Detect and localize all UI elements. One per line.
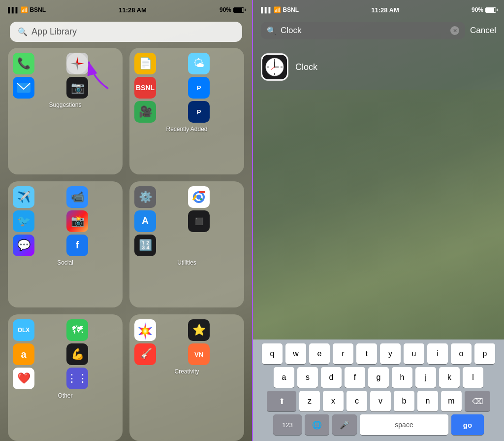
app-mail[interactable]: [13, 77, 34, 99]
folder-other[interactable]: OLX 🗺 a 💪 ❤️ ⋮⋮ Other: [8, 314, 123, 441]
app-settings[interactable]: ⚙️: [134, 186, 156, 208]
app-olx[interactable]: OLX: [13, 319, 34, 341]
key-g[interactable]: g: [368, 367, 389, 388]
key-r[interactable]: r: [333, 343, 353, 364]
key-p[interactable]: p: [474, 343, 495, 364]
status-bar-left: ▌▌▌ 📶 BSNL 11:28 AM 90%: [0, 0, 252, 18]
key-n[interactable]: n: [417, 391, 438, 411]
folder-label-recently: Recently Added: [166, 126, 207, 133]
wifi-icon-right: 📶: [274, 6, 281, 13]
app-paytm2[interactable]: P: [188, 101, 210, 123]
key-c[interactable]: c: [346, 391, 367, 411]
app-weather[interactable]: 🌤: [188, 53, 210, 74]
key-x[interactable]: x: [323, 391, 344, 411]
key-t[interactable]: t: [356, 343, 377, 364]
app-fitness[interactable]: 💪: [66, 343, 88, 365]
folder-creativity[interactable]: ⭐ 🎸 VN Creativity: [129, 314, 244, 441]
key-h[interactable]: h: [392, 367, 412, 388]
folder-utilities[interactable]: ⚙️ A ⬛ 🔢 Utilities: [129, 181, 244, 308]
clear-button[interactable]: ✕: [450, 26, 459, 35]
key-v[interactable]: v: [370, 391, 391, 411]
app-calculator[interactable]: 🔢: [134, 235, 156, 256]
app-twitter[interactable]: 🐦: [13, 210, 34, 232]
folder-recently-added[interactable]: 📄 🌤 BSNL P 🎥 P Recently Added: [129, 48, 244, 174]
app-library-search[interactable]: 🔍 App Library: [10, 22, 242, 42]
app-camera[interactable]: 📷: [66, 77, 88, 99]
cancel-button[interactable]: Cancel: [470, 26, 496, 35]
key-backspace[interactable]: ⌫: [465, 391, 490, 411]
status-bar-right: ▌▌▌ 📶 BSNL 11:28 AM 90%: [253, 0, 504, 18]
key-e[interactable]: e: [309, 343, 330, 364]
key-m[interactable]: m: [441, 391, 462, 411]
key-s[interactable]: s: [297, 367, 318, 388]
app-garageband[interactable]: 🎸: [134, 343, 156, 365]
key-d[interactable]: d: [321, 367, 342, 388]
carrier-right: ▌▌▌ 📶 BSNL: [261, 6, 299, 13]
battery-right: 90%: [472, 6, 496, 13]
folder-social[interactable]: ✈️ 📹 🐦 📸 💬 f Social: [8, 181, 123, 308]
key-space[interactable]: space: [360, 414, 448, 435]
keyboard-row-1: q w e r t y u i o p: [255, 343, 502, 364]
app-zoom[interactable]: 📹: [66, 186, 88, 208]
app-measure[interactable]: ⬛: [188, 210, 210, 232]
app-imovie[interactable]: ⭐: [188, 319, 210, 341]
search-icon-right: 🔍: [267, 26, 277, 35]
clock-app-icon[interactable]: [261, 53, 288, 81]
phone-left: ▌▌▌ 📶 BSNL 11:28 AM 90% 🔍 App Library: [0, 0, 252, 441]
key-l[interactable]: l: [463, 367, 483, 388]
search-input[interactable]: Clock: [281, 26, 446, 35]
app-paytm[interactable]: P: [188, 77, 210, 99]
key-shift[interactable]: ⬆: [267, 391, 296, 411]
key-j[interactable]: j: [415, 367, 436, 388]
key-w[interactable]: w: [285, 343, 306, 364]
app-facebook[interactable]: f: [66, 235, 88, 256]
battery-text-left: 90%: [220, 6, 231, 13]
app-safari[interactable]: [66, 53, 88, 74]
key-a[interactable]: a: [274, 367, 294, 388]
svg-point-9: [196, 195, 201, 200]
battery-left: 90%: [220, 6, 244, 13]
key-b[interactable]: b: [394, 391, 414, 411]
key-123[interactable]: 123: [273, 414, 302, 435]
carrier-left: ▌▌▌ 📶 BSNL: [8, 6, 46, 13]
folder-suggestions[interactable]: 📞 📷 Suggestions: [8, 48, 123, 174]
app-messenger[interactable]: 💬: [13, 235, 34, 256]
app-meet[interactable]: 🎥: [134, 101, 156, 123]
app-telegram[interactable]: ✈️: [13, 186, 34, 208]
app-amazon[interactable]: a: [13, 343, 34, 365]
key-y[interactable]: y: [380, 343, 401, 364]
key-z[interactable]: z: [299, 391, 320, 411]
app-instagram[interactable]: 📸: [66, 210, 88, 232]
keyboard[interactable]: q w e r t y u i o p a s d f g h j k l ⬆ …: [253, 339, 504, 441]
clock-result[interactable]: Clock: [261, 50, 496, 84]
app-googledocs[interactable]: 📄: [134, 53, 156, 74]
search-placeholder: App Library: [32, 27, 234, 37]
app-health[interactable]: ❤️: [13, 368, 34, 389]
folder-label-suggestions: Suggestions: [49, 102, 81, 108]
keyboard-row-4: 123 🌐 🎤 space go: [255, 414, 502, 435]
key-k[interactable]: k: [439, 367, 460, 388]
battery-icon-right: [485, 7, 496, 13]
key-f[interactable]: f: [345, 367, 365, 388]
phone-right: ▌▌▌ 📶 BSNL 11:28 AM 90% 🔍 Clock ✕ Cancel: [252, 0, 504, 441]
time-right: 11:28 AM: [371, 6, 399, 14]
search-box[interactable]: 🔍 Clock ✕: [261, 22, 465, 39]
battery-text-right: 90%: [472, 6, 483, 13]
key-go[interactable]: go: [451, 414, 484, 435]
app-phone[interactable]: 📞: [13, 53, 34, 74]
app-appstore[interactable]: A: [134, 210, 156, 232]
app-mini[interactable]: ⋮⋮: [66, 368, 88, 389]
app-photos[interactable]: [134, 319, 156, 341]
key-mic[interactable]: 🎤: [332, 414, 357, 435]
key-i[interactable]: i: [427, 343, 448, 364]
app-vn[interactable]: VN: [188, 343, 210, 365]
app-maps[interactable]: 🗺: [66, 319, 88, 341]
key-q[interactable]: q: [262, 343, 283, 364]
key-o[interactable]: o: [451, 343, 472, 364]
search-results: Clock: [253, 44, 504, 90]
key-u[interactable]: u: [404, 343, 424, 364]
app-bsnl[interactable]: BSNL: [134, 77, 156, 99]
search-icon: 🔍: [18, 27, 28, 36]
key-globe[interactable]: 🌐: [305, 414, 329, 435]
app-chrome[interactable]: [188, 186, 210, 208]
